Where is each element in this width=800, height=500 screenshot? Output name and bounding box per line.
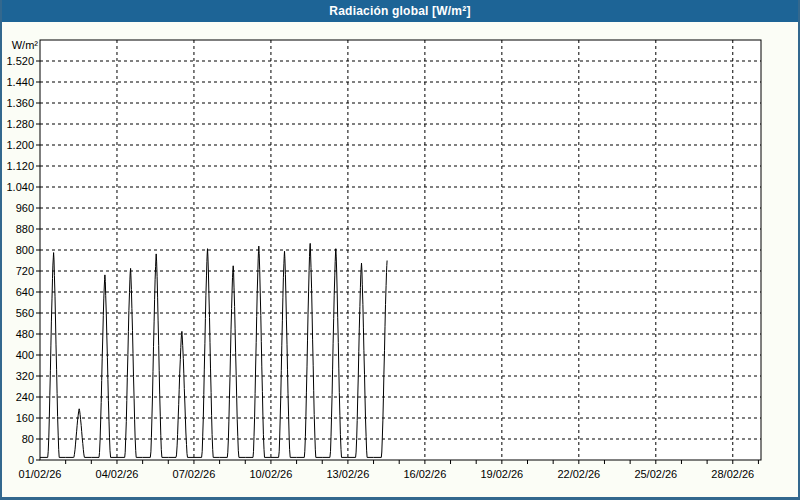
y-tick-label: 160 <box>16 412 34 424</box>
y-tick-label: 640 <box>16 286 34 298</box>
x-tick-label: 28/02/26 <box>711 468 754 480</box>
y-tick-label: 240 <box>16 391 34 403</box>
chart-title: Radiación global [W/m²] <box>329 4 470 18</box>
y-tick-label: 1.200 <box>6 139 34 151</box>
y-tick-label: 400 <box>16 349 34 361</box>
x-tick-label: 04/02/26 <box>96 468 139 480</box>
y-tick-label: 1.360 <box>6 97 34 109</box>
y-tick-label: 960 <box>16 202 34 214</box>
x-tick-label: 19/02/26 <box>480 468 523 480</box>
y-tick-label: 80 <box>22 433 34 445</box>
x-tick-label: 10/02/26 <box>250 468 293 480</box>
x-tick-label: 07/02/26 <box>173 468 216 480</box>
x-tick-label: 25/02/26 <box>634 468 677 480</box>
y-tick-label: 1.520 <box>6 55 34 67</box>
x-tick-label: 13/02/26 <box>326 468 369 480</box>
y-tick-label: 320 <box>16 370 34 382</box>
y-tick-label: 0 <box>28 454 34 466</box>
y-tick-label: 1.280 <box>6 118 34 130</box>
x-tick-label: 22/02/26 <box>557 468 600 480</box>
y-tick-label: 880 <box>16 223 34 235</box>
y-tick-label: 720 <box>16 265 34 277</box>
y-tick-label: 1.440 <box>6 76 34 88</box>
title-bar: Radiación global [W/m²] <box>2 0 798 22</box>
radiation-line-chart: 0801602403204004805606407208008809601.04… <box>0 22 800 497</box>
radiation-chart-window: Radiación global [W/m²] 0801602403204004… <box>0 0 800 500</box>
y-tick-label: 1.120 <box>6 160 34 172</box>
y-tick-label: 800 <box>16 244 34 256</box>
x-tick-label: 01/02/26 <box>19 468 62 480</box>
y-tick-label: 560 <box>16 307 34 319</box>
chart-area: 0801602403204004805606407208008809601.04… <box>0 22 800 497</box>
y-tick-label: 1.040 <box>6 181 34 193</box>
x-tick-label: 16/02/26 <box>403 468 446 480</box>
y-tick-label: 480 <box>16 328 34 340</box>
y-axis-unit-label: W/m² <box>12 39 39 51</box>
